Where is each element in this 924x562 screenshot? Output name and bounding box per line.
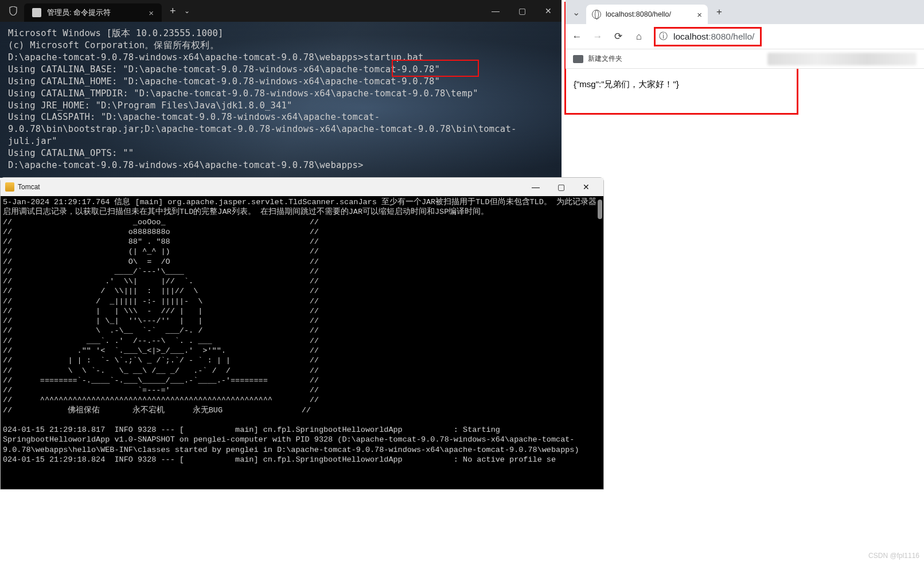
tomcat-window: Tomcat — ▢ ✕ 5-Jan-2024 21:29:17.764 信息 … — [0, 177, 604, 490]
new-tab-button[interactable]: + — [711, 4, 727, 20]
maximize-button[interactable]: ▢ — [548, 178, 574, 196]
highlight-startup-bat — [392, 60, 479, 77]
cmd-line: (c) Microsoft Corporation。保留所有权利。 — [8, 40, 553, 52]
cmd-line: Using CATALINA_TMPDIR: "D:\apache-tomcat… — [8, 88, 553, 100]
close-button[interactable]: ✕ — [574, 178, 599, 196]
minimize-button[interactable]: — — [482, 0, 509, 22]
close-icon[interactable]: × — [697, 10, 702, 19]
forward-button[interactable]: → — [592, 31, 603, 42]
chevron-down-icon[interactable]: ⌄ — [569, 5, 583, 19]
tomcat-title: Tomcat — [18, 183, 523, 191]
home-button[interactable]: ⌂ — [633, 31, 645, 42]
close-button[interactable]: ✕ — [535, 0, 562, 22]
globe-icon — [592, 10, 601, 19]
site-info-icon[interactable]: ⓘ — [659, 31, 668, 42]
java-icon — [5, 182, 14, 192]
reload-button[interactable]: ⟳ — [613, 30, 624, 42]
tomcat-titlebar[interactable]: Tomcat — ▢ ✕ — [1, 178, 603, 196]
maximize-button[interactable]: ▢ — [509, 0, 535, 22]
browser-window: ⌄ localhost:8080/hello/ × + ← → ⟳ ⌂ ⓘ lo… — [566, 0, 924, 100]
terminal-icon — [32, 8, 41, 17]
highlight-url: ⓘ localhost:8080/hello/ — [654, 27, 762, 46]
cmd-line: Using CATALINA_OPTS: "" — [8, 147, 553, 159]
cmd-line: Using JRE_HOME: "D:\Program Files\Java\j… — [8, 100, 553, 112]
cmd-line: D:\apache-tomcat-9.0.78-windows-x64\apac… — [8, 159, 553, 171]
cmd-output[interactable]: Microsoft Windows [版本 10.0.23555.1000] (… — [0, 22, 562, 178]
page-content: {"msg":"兄弟们，大家好！"} — [566, 69, 924, 100]
back-button[interactable]: ← — [571, 31, 583, 42]
close-icon[interactable]: × — [149, 8, 154, 18]
cmd-line: Using CLASSPATH: "D:\apache-tomcat-9.0.7… — [8, 111, 553, 147]
chevron-down-icon[interactable]: ⌄ — [184, 7, 190, 15]
log-line: 024-01-15 21:29:18.824 INFO 9328 --- [ m… — [3, 455, 601, 465]
url-text[interactable]: localhost:8080/hello/ — [673, 32, 754, 42]
scrollbar[interactable] — [598, 200, 602, 219]
log-line: 5-Jan-2024 21:29:17.764 信息 [main] org.ap… — [3, 197, 601, 217]
ascii-art: // _ooOoo_ // // o8888888o // // 88" . "… — [3, 217, 601, 415]
tab-title: localhost:8080/hello/ — [606, 10, 692, 18]
bookmarks-bar: 新建文件夹 — [566, 49, 924, 69]
folder-icon — [573, 55, 583, 63]
minimize-button[interactable]: — — [523, 178, 548, 196]
tomcat-output[interactable]: 5-Jan-2024 21:29:17.764 信息 [main] org.ap… — [1, 196, 603, 489]
cmd-tab-title: 管理员: 命令提示符 — [47, 8, 143, 18]
bookmark-item[interactable]: 新建文件夹 — [588, 54, 622, 64]
cmd-window: 管理员: 命令提示符 × + ⌄ — ▢ ✕ Microsoft Windows… — [0, 0, 562, 178]
cmd-line: Using CATALINA_HOME: "D:\apache-tomcat-9… — [8, 76, 553, 88]
blurred-bookmarks — [767, 53, 917, 65]
cmd-tab[interactable]: 管理员: 命令提示符 × — [24, 3, 162, 22]
watermark: CSDN @fpl1116 — [868, 552, 919, 560]
cmd-line: Microsoft Windows [版本 10.0.23555.1000] — [8, 28, 553, 40]
cmd-titlebar[interactable]: 管理员: 命令提示符 × + ⌄ — ▢ ✕ — [0, 0, 562, 22]
browser-tab[interactable]: localhost:8080/hello/ × — [586, 5, 708, 24]
browser-tabstrip: ⌄ localhost:8080/hello/ × + — [566, 0, 924, 24]
log-line: 024-01-15 21:29:18.817 INFO 9328 --- [ m… — [3, 425, 601, 455]
shield-icon — [6, 3, 21, 18]
browser-toolbar: ← → ⟳ ⌂ ⓘ localhost:8080/hello/ — [566, 24, 924, 49]
new-tab-button[interactable]: + — [162, 5, 184, 17]
